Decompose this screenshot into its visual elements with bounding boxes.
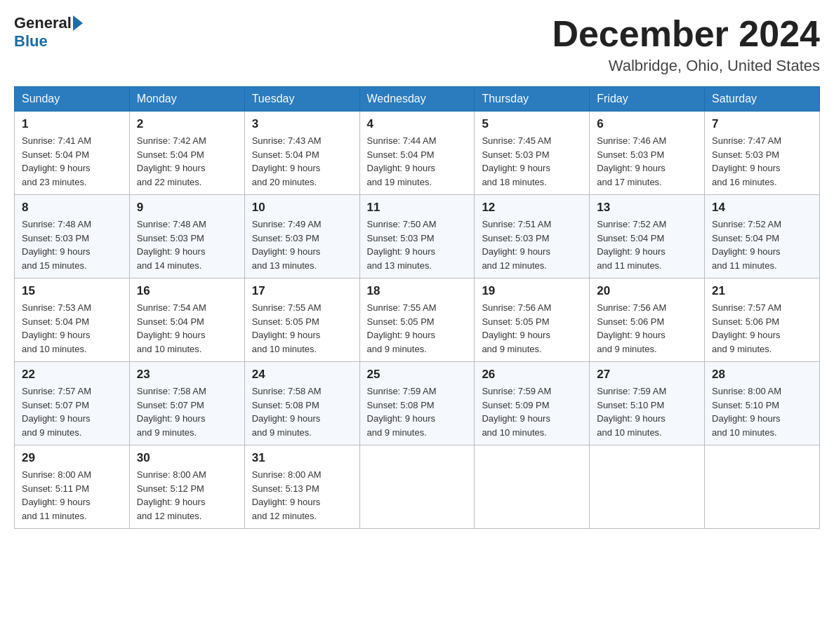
day-info: Sunrise: 7:57 AMSunset: 5:06 PMDaylight:… <box>712 301 812 356</box>
calendar-cell: 24Sunrise: 7:58 AMSunset: 5:08 PMDayligh… <box>244 362 359 445</box>
day-number: 24 <box>252 368 352 382</box>
day-info: Sunrise: 7:45 AMSunset: 5:03 PMDaylight:… <box>482 134 582 189</box>
day-number: 23 <box>137 368 237 382</box>
weekday-header-tuesday: Tuesday <box>244 87 359 112</box>
day-number: 6 <box>597 117 697 131</box>
day-info: Sunrise: 7:42 AMSunset: 5:04 PMDaylight:… <box>137 134 237 189</box>
calendar-cell: 16Sunrise: 7:54 AMSunset: 5:04 PMDayligh… <box>129 279 244 362</box>
logo-general-text: General <box>14 14 72 32</box>
day-number: 10 <box>252 201 352 215</box>
day-info: Sunrise: 7:49 AMSunset: 5:03 PMDaylight:… <box>252 217 352 272</box>
calendar-cell: 12Sunrise: 7:51 AMSunset: 5:03 PMDayligh… <box>475 195 590 279</box>
day-number: 17 <box>252 284 352 298</box>
day-number: 30 <box>137 451 237 465</box>
day-info: Sunrise: 7:43 AMSunset: 5:04 PMDaylight:… <box>252 134 352 189</box>
day-number: 15 <box>22 284 122 298</box>
day-info: Sunrise: 8:00 AMSunset: 5:11 PMDaylight:… <box>22 468 122 523</box>
day-info: Sunrise: 7:47 AMSunset: 5:03 PMDaylight:… <box>712 134 812 189</box>
calendar-cell: 17Sunrise: 7:55 AMSunset: 5:05 PMDayligh… <box>244 279 359 362</box>
weekday-header-monday: Monday <box>129 87 244 112</box>
logo-arrow-icon <box>73 15 83 31</box>
day-number: 16 <box>137 284 237 298</box>
location-title: Walbridge, Ohio, United States <box>552 57 820 75</box>
calendar-cell: 1Sunrise: 7:41 AMSunset: 5:04 PMDaylight… <box>15 112 130 195</box>
weekday-header-wednesday: Wednesday <box>359 87 475 112</box>
calendar-cell: 26Sunrise: 7:59 AMSunset: 5:09 PMDayligh… <box>475 362 590 445</box>
calendar-cell: 31Sunrise: 8:00 AMSunset: 5:13 PMDayligh… <box>244 445 359 529</box>
day-number: 22 <box>22 368 122 382</box>
day-number: 8 <box>22 201 122 215</box>
day-number: 19 <box>482 284 582 298</box>
calendar-cell: 10Sunrise: 7:49 AMSunset: 5:03 PMDayligh… <box>244 195 359 279</box>
calendar-cell: 9Sunrise: 7:48 AMSunset: 5:03 PMDaylight… <box>129 195 244 279</box>
logo: General Blue <box>14 14 84 51</box>
day-number: 7 <box>712 117 812 131</box>
day-number: 21 <box>712 284 812 298</box>
day-info: Sunrise: 7:46 AMSunset: 5:03 PMDaylight:… <box>597 134 697 189</box>
calendar-cell: 5Sunrise: 7:45 AMSunset: 5:03 PMDaylight… <box>475 112 590 195</box>
day-info: Sunrise: 7:59 AMSunset: 5:08 PMDaylight:… <box>367 384 468 439</box>
calendar-cell: 8Sunrise: 7:48 AMSunset: 5:03 PMDaylight… <box>15 195 130 279</box>
day-number: 27 <box>597 368 697 382</box>
day-number: 29 <box>22 451 122 465</box>
day-number: 3 <box>252 117 352 131</box>
calendar-cell: 2Sunrise: 7:42 AMSunset: 5:04 PMDaylight… <box>129 112 244 195</box>
day-info: Sunrise: 7:50 AMSunset: 5:03 PMDaylight:… <box>367 217 468 272</box>
weekday-header-friday: Friday <box>590 87 705 112</box>
day-number: 12 <box>482 201 582 215</box>
day-info: Sunrise: 7:41 AMSunset: 5:04 PMDaylight:… <box>22 134 122 189</box>
day-info: Sunrise: 8:00 AMSunset: 5:13 PMDaylight:… <box>252 468 352 523</box>
calendar-cell: 11Sunrise: 7:50 AMSunset: 5:03 PMDayligh… <box>359 195 475 279</box>
day-info: Sunrise: 7:52 AMSunset: 5:04 PMDaylight:… <box>597 217 697 272</box>
weekday-header-thursday: Thursday <box>475 87 590 112</box>
page-header: General Blue December 2024 Walbridge, Oh… <box>14 14 820 75</box>
day-number: 13 <box>597 201 697 215</box>
calendar-cell: 27Sunrise: 7:59 AMSunset: 5:10 PMDayligh… <box>590 362 705 445</box>
day-info: Sunrise: 7:51 AMSunset: 5:03 PMDaylight:… <box>482 217 582 272</box>
day-info: Sunrise: 7:58 AMSunset: 5:08 PMDaylight:… <box>252 384 352 439</box>
calendar-cell: 30Sunrise: 8:00 AMSunset: 5:12 PMDayligh… <box>129 445 244 529</box>
day-info: Sunrise: 7:56 AMSunset: 5:05 PMDaylight:… <box>482 301 582 356</box>
day-info: Sunrise: 7:56 AMSunset: 5:06 PMDaylight:… <box>597 301 697 356</box>
day-info: Sunrise: 7:44 AMSunset: 5:04 PMDaylight:… <box>367 134 468 189</box>
day-number: 25 <box>367 368 468 382</box>
calendar-cell: 20Sunrise: 7:56 AMSunset: 5:06 PMDayligh… <box>590 279 705 362</box>
day-info: Sunrise: 7:48 AMSunset: 5:03 PMDaylight:… <box>137 217 237 272</box>
day-number: 18 <box>367 284 468 298</box>
day-info: Sunrise: 7:52 AMSunset: 5:04 PMDaylight:… <box>712 217 812 272</box>
calendar-cell: 6Sunrise: 7:46 AMSunset: 5:03 PMDaylight… <box>590 112 705 195</box>
day-number: 2 <box>137 117 237 131</box>
calendar-cell: 13Sunrise: 7:52 AMSunset: 5:04 PMDayligh… <box>590 195 705 279</box>
day-info: Sunrise: 7:54 AMSunset: 5:04 PMDaylight:… <box>137 301 237 356</box>
day-number: 11 <box>367 201 468 215</box>
calendar-cell: 15Sunrise: 7:53 AMSunset: 5:04 PMDayligh… <box>15 279 130 362</box>
day-number: 14 <box>712 201 812 215</box>
calendar-cell <box>705 445 820 529</box>
calendar-cell: 25Sunrise: 7:59 AMSunset: 5:08 PMDayligh… <box>359 362 475 445</box>
day-info: Sunrise: 7:55 AMSunset: 5:05 PMDaylight:… <box>367 301 468 356</box>
calendar-cell: 4Sunrise: 7:44 AMSunset: 5:04 PMDaylight… <box>359 112 475 195</box>
calendar-cell: 23Sunrise: 7:58 AMSunset: 5:07 PMDayligh… <box>129 362 244 445</box>
calendar-cell: 28Sunrise: 8:00 AMSunset: 5:10 PMDayligh… <box>705 362 820 445</box>
day-info: Sunrise: 8:00 AMSunset: 5:12 PMDaylight:… <box>137 468 237 523</box>
day-number: 5 <box>482 117 582 131</box>
calendar-cell: 29Sunrise: 8:00 AMSunset: 5:11 PMDayligh… <box>15 445 130 529</box>
title-area: December 2024 Walbridge, Ohio, United St… <box>552 14 820 75</box>
calendar-cell: 21Sunrise: 7:57 AMSunset: 5:06 PMDayligh… <box>705 279 820 362</box>
day-number: 28 <box>712 368 812 382</box>
calendar-cell: 18Sunrise: 7:55 AMSunset: 5:05 PMDayligh… <box>359 279 475 362</box>
day-info: Sunrise: 7:59 AMSunset: 5:10 PMDaylight:… <box>597 384 697 439</box>
logo-blue-text: Blue <box>14 32 48 51</box>
day-info: Sunrise: 7:53 AMSunset: 5:04 PMDaylight:… <box>22 301 122 356</box>
calendar-cell <box>475 445 590 529</box>
calendar-table: SundayMondayTuesdayWednesdayThursdayFrid… <box>14 86 820 529</box>
weekday-header-sunday: Sunday <box>15 87 130 112</box>
day-number: 20 <box>597 284 697 298</box>
day-number: 9 <box>137 201 237 215</box>
day-info: Sunrise: 7:59 AMSunset: 5:09 PMDaylight:… <box>482 384 582 439</box>
calendar-cell: 3Sunrise: 7:43 AMSunset: 5:04 PMDaylight… <box>244 112 359 195</box>
day-number: 1 <box>22 117 122 131</box>
calendar-cell: 19Sunrise: 7:56 AMSunset: 5:05 PMDayligh… <box>475 279 590 362</box>
day-info: Sunrise: 7:57 AMSunset: 5:07 PMDaylight:… <box>22 384 122 439</box>
day-info: Sunrise: 7:55 AMSunset: 5:05 PMDaylight:… <box>252 301 352 356</box>
